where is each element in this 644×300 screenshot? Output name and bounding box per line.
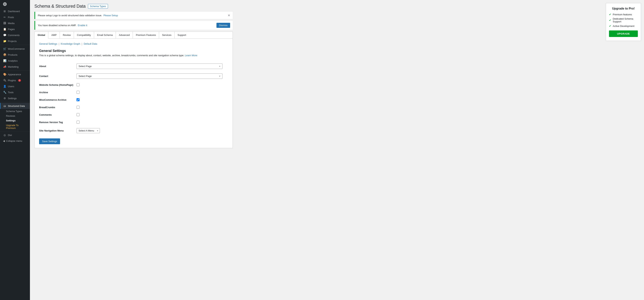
section-title: General Settings [39,49,228,53]
site-navigation-row: Site Navigation Menu Select A Menu [39,126,228,136]
posts-icon: ✏ [3,16,6,19]
sidebar-item-settings[interactable]: ⚙ Settings [0,95,30,101]
logo-notice-text: Please setup Logo to avoid structured da… [38,14,118,17]
contact-select[interactable]: Select Page [76,73,222,79]
tab-content-global: General Settings | Knowledge Graph | Def… [34,39,232,148]
sidebar-item-marketing[interactable]: 📣 Marketing [0,64,30,70]
sidebar-item-tools[interactable]: 🔧 Tools [0,89,30,95]
sidebar-item-analytics[interactable]: 📊 Analytics [0,58,30,64]
breadcrumb-default-data[interactable]: Default Data [84,42,97,45]
sidebar-item-pages[interactable]: 📋 Pages [0,26,30,32]
sidebar-item-users[interactable]: 👤 Users [0,83,30,89]
comments-icon: 💬 [3,34,6,37]
upgrade-button[interactable]: UPGRADE [609,30,638,37]
sidebar-divider-4 [0,131,30,131]
sidebar-logo: W [0,0,30,8]
products-icon: 📦 [3,53,6,56]
sidebar-item-posts[interactable]: ✏ Posts [0,14,30,20]
divi-icon: ◎ [3,134,6,137]
tab-support[interactable]: Support [174,32,189,38]
settings-form: About Select Page Contact [39,61,228,136]
remove-version-tag-checkbox[interactable] [76,121,80,124]
tab-premium-features[interactable]: Premium Features [133,32,159,38]
plugins-badge: 1 [18,79,21,82]
pages-icon: 📋 [3,28,6,31]
sidebar-item-plugins[interactable]: 🔌 Plugins 1 [0,77,30,83]
analytics-icon: 📊 [3,59,6,62]
users-icon: 👤 [3,85,6,88]
sidebar-subitem-reviews[interactable]: Reviews [0,114,30,118]
breadcrumbs-label: BreadCrumbs [39,104,76,111]
archive-checkbox[interactable] [76,91,80,94]
tab-global[interactable]: Global [34,32,48,39]
sidebar-item-products[interactable]: 📦 Products [0,52,30,58]
sidebar-item-divi[interactable]: ◎ Divi [0,132,30,138]
about-select-wrapper: Select Page [76,63,222,69]
breadcrumbs-row: BreadCrumbs [39,104,228,111]
sidebar-subitem-upgrade-premium[interactable]: Upgrade To Premium [0,123,30,130]
remove-version-tag-checkbox-wrapper [76,121,228,124]
sidebar-subitem-schema-types[interactable]: Schema Types [0,109,30,114]
breadcrumbs-checkbox[interactable] [76,106,80,109]
breadcrumb-general-settings[interactable]: General Settings [39,42,57,45]
about-select[interactable]: Select Page [76,63,222,69]
archive-label: Archive [39,89,76,96]
structured-data-submenu: Schema Types Reviews Settings Upgrade To… [0,109,30,130]
remove-version-tag-row: Remove Version Tag [39,119,228,126]
page-title: Schema & Structured Data [34,4,86,9]
dismiss-button[interactable]: Dismiss [216,23,230,28]
check-icon-2: ✔ [609,19,611,22]
please-setup-link[interactable]: Please Setup [104,14,118,17]
tab-compatibility[interactable]: Compatibility [74,32,94,38]
amp-notice-text: You have disabled schema on AMP. Enable … [38,24,87,27]
website-schema-checkbox-wrapper [76,83,228,86]
sidebar-divider-2 [0,70,30,71]
tab-services[interactable]: Services [159,32,174,38]
collapse-icon: ◀ [3,140,5,142]
marketing-icon: 📣 [3,65,6,68]
site-navigation-label: Site Navigation Menu [39,126,76,136]
comments-checkbox[interactable] [76,113,80,116]
site-navigation-menu-wrapper: Select A Menu [76,128,100,133]
breadcrumb-knowledge-graph[interactable]: Knowledge Graph [60,42,80,45]
sidebar: W ⊞ Dashboard ✏ Posts 🖼 Media 📋 Pages 💬 … [0,0,30,300]
sidebar-item-woocommerce[interactable]: 🛒 WooCommerce [0,46,30,52]
learn-more-link[interactable]: Learn More [185,54,197,57]
sidebar-item-appearance[interactable]: 🎨 Appearance [0,71,30,77]
section-description: This is a global schema settings, to dis… [39,54,228,57]
sidebar-item-projects[interactable]: 📁 Projects [0,38,30,44]
save-settings-button[interactable]: Save Settings [39,139,60,144]
structured-data-icon: 🗂 [3,104,6,107]
tools-icon: 🔧 [3,91,6,94]
woocommerce-icon: 🛒 [3,47,6,50]
website-schema-row: Website Schema (HomePage) [39,81,228,89]
tab-email-schema[interactable]: Email Schema [94,32,116,38]
sidebar-item-media[interactable]: 🖼 Media [0,20,30,26]
main-content: Schema & Structured Data Schema Types Pl… [30,0,603,300]
plugins-icon: 🔌 [3,79,6,82]
sidebar-item-structured-data[interactable]: 🗂 Structured Data [0,103,30,109]
woocommerce-archive-checkbox[interactable] [76,98,80,101]
about-row: About Select Page [39,61,228,71]
projects-icon: 📁 [3,40,6,43]
sidebar-item-dashboard[interactable]: ⊞ Dashboard [0,8,30,14]
comments-row: Comments [39,111,228,119]
upgrade-sidebar: Upgrade to Pro! ✔ Premium features ✔ Ded… [603,0,644,300]
enable-it-link[interactable]: Enable it [78,24,88,27]
wp-logo-icon: W [3,2,7,6]
archive-row: Archive [39,89,228,96]
sidebar-item-comments[interactable]: 💬 Comments [0,32,30,38]
logo-notice-close[interactable]: ✕ [228,14,230,17]
upgrade-feature-2: ✔ Dedicated Schema Support [609,17,638,23]
upgrade-feature-3: ✔ Active Development [609,24,638,27]
sidebar-subitem-settings[interactable]: Settings [0,118,30,123]
site-navigation-menu-select[interactable]: Select A Menu [76,128,100,133]
tab-review[interactable]: Review [60,32,74,38]
website-schema-checkbox[interactable] [76,83,80,86]
media-icon: 🖼 [3,22,6,25]
collapse-menu-button[interactable]: ◀ Collapse menu [0,138,30,144]
woocommerce-archive-row: WooCommerce Archive [39,96,228,104]
schema-types-button[interactable]: Schema Types [88,4,108,8]
tab-amp[interactable]: AMP [48,32,60,38]
tab-advanced[interactable]: Advanced [116,32,133,38]
